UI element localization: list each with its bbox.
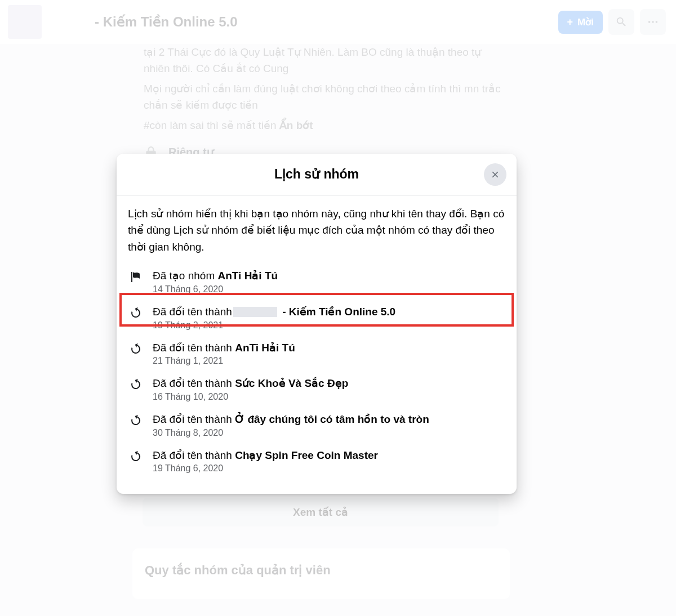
rename-icon [129, 450, 143, 463]
history-date: 19 Tháng 2, 2021 [153, 320, 504, 331]
rename-icon [129, 342, 143, 356]
close-button[interactable] [484, 163, 506, 186]
redacted-name [233, 307, 277, 317]
history-date: 16 Tháng 10, 2020 [153, 392, 504, 402]
history-main: Đã tạo nhóm AnTi Hải Tú [153, 269, 504, 283]
group-history-modal: Lịch sử nhóm Lịch sử nhóm hiển thị khi b… [117, 154, 517, 494]
history-date: 21 Tháng 1, 2021 [153, 356, 504, 366]
rename-icon [129, 378, 143, 391]
history-item: Đã đổi tên thành Chạy Spin Free Coin Mas… [128, 445, 505, 481]
history-item: Đã tạo nhóm AnTi Hải Tú14 Tháng 6, 2020 [128, 265, 505, 301]
history-main: Đã đổi tên thành Chạy Spin Free Coin Mas… [153, 448, 504, 463]
history-item: Đã đổi tên thành Ở đây chúng tôi có tâm … [128, 409, 505, 445]
close-icon [490, 169, 500, 180]
rename-icon [129, 306, 143, 320]
history-date: 30 Tháng 8, 2020 [153, 428, 504, 438]
history-item: Đã đổi tên thành Sức Khoẻ Và Sắc Đẹp16 T… [128, 373, 505, 409]
history-item: Đã đổi tên thành - Kiếm Tiền Online 5.01… [128, 301, 505, 337]
history-item: Đã đổi tên thành AnTi Hải Tú21 Tháng 1, … [128, 337, 505, 373]
history-main: Đã đổi tên thành Ở đây chúng tôi có tâm … [153, 412, 504, 427]
history-date: 19 Tháng 6, 2020 [153, 463, 504, 474]
history-date: 14 Tháng 6, 2020 [153, 284, 504, 294]
flag-icon [129, 270, 143, 284]
rename-icon [129, 414, 143, 427]
modal-title: Lịch sử nhóm [274, 167, 359, 182]
modal-description: Lịch sử nhóm hiển thị khi bạn tạo nhóm n… [128, 206, 505, 255]
history-main: Đã đổi tên thành AnTi Hải Tú [153, 341, 504, 355]
history-main: Đã đổi tên thành - Kiếm Tiền Online 5.0 [153, 305, 504, 319]
history-main: Đã đổi tên thành Sức Khoẻ Và Sắc Đẹp [153, 376, 504, 391]
history-list: Đã tạo nhóm AnTi Hải Tú14 Tháng 6, 2020Đ… [128, 265, 505, 480]
modal-header: Lịch sử nhóm [117, 154, 517, 195]
